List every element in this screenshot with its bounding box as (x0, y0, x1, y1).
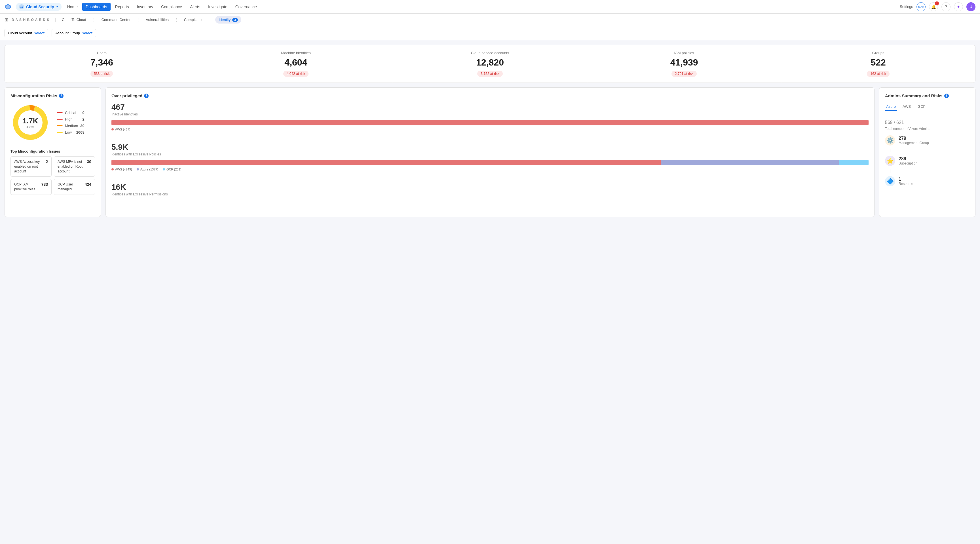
summary-card-1[interactable]: Machine identities 4,604 4,042 at risk (199, 45, 393, 83)
admins-info-icon[interactable]: i (944, 94, 949, 98)
legend-count: 0 (82, 111, 84, 115)
bar-dot (137, 168, 139, 170)
cloud-tab-azure[interactable]: Azure (885, 103, 897, 111)
ai-button[interactable]: ✦ (954, 2, 963, 11)
user-avatar[interactable]: U (966, 2, 975, 11)
nav-item-governance[interactable]: Governance (232, 3, 260, 11)
op-count: 5.9K (111, 143, 869, 152)
nav-item-inventory[interactable]: Inventory (134, 3, 157, 11)
admin-type-icon: ⭐ (885, 156, 895, 166)
summary-card-0[interactable]: Users 7,346 533 at risk (5, 45, 199, 83)
nav-item-home[interactable]: Home (64, 3, 81, 11)
issue-count: 424 (85, 182, 91, 187)
progress-button[interactable]: 80% (916, 2, 926, 11)
nav-item-alerts[interactable]: Alerts (186, 3, 204, 11)
issue-text: AWS Access key enabled on root account (14, 159, 43, 173)
account-group-select[interactable]: Select (82, 31, 92, 35)
dashboard-tab-command-center[interactable]: Command Center (98, 16, 134, 24)
bar-legend-item: AWS (4249) (111, 168, 132, 171)
misconfiguration-panel: Misconfiguration Risks i (5, 87, 101, 217)
account-group-label: Account Group (55, 31, 80, 35)
op-count: 467 (111, 103, 869, 112)
overprivileged-title: Over privileged i (111, 93, 869, 98)
card-label: IAM policies (592, 51, 777, 55)
issue-card[interactable]: GCP User managed 424 (54, 179, 95, 195)
issue-text: AWS MFA is not enabled on Root account (57, 159, 84, 173)
bar-segment (111, 160, 661, 165)
nav-item-compliance[interactable]: Compliance (158, 3, 185, 11)
dashboard-tab-compliance[interactable]: Compliance (181, 16, 207, 24)
summary-cards-row: Users 7,346 533 at risk Machine identiti… (5, 45, 975, 83)
legend-dot (57, 132, 63, 133)
cloud-account-filter[interactable]: Cloud Account Select (5, 29, 48, 37)
legend-dot (57, 119, 63, 120)
issue-card[interactable]: AWS MFA is not enabled on Root account 3… (54, 156, 95, 177)
panels-row: Misconfiguration Risks i (5, 87, 975, 217)
issue-card[interactable]: GCP IAM primitive roles 733 (11, 179, 52, 195)
legend-item-high: High 2 (57, 117, 84, 121)
summary-card-3[interactable]: IAM policies 41,939 2,791 at risk (587, 45, 781, 83)
bar-legend-item: AWS (467) (111, 128, 130, 131)
notifications-button[interactable]: 🔔 1 (929, 2, 938, 11)
legend-name: Low (65, 130, 74, 134)
admin-type-icon: 🔷 (885, 176, 895, 186)
bar-container (111, 160, 869, 165)
tab-separator: ⋮ (208, 17, 214, 22)
dashboard-tab-identity[interactable]: Identity3 (215, 16, 241, 24)
admin-tree: ⚙️ 279 Management Group ⭐ 289 Subscripti… (885, 135, 969, 186)
bar-legend-label: GCP (231) (167, 168, 181, 171)
overprivileged-info-icon[interactable]: i (144, 94, 149, 98)
legend-dot (57, 126, 63, 126)
bar-dot (163, 168, 165, 170)
cloud-account-label: Cloud Account (8, 31, 32, 35)
admins-total-count: 569 / 621 (885, 116, 969, 126)
nav-item-dashboards[interactable]: Dashboards (82, 3, 111, 11)
settings-link[interactable]: Settings (900, 5, 913, 9)
card-risk: 3,752 at risk (477, 71, 503, 77)
cloud-tab-gcp[interactable]: GCP (916, 103, 927, 111)
legend-name: Critical (65, 111, 80, 115)
admin-type: Resource (899, 182, 913, 186)
admins-panel: Admins Summary and Risks i AzureAWSGCP 5… (879, 87, 975, 217)
summary-card-2[interactable]: Cloud service accounts 12,820 3,752 at r… (393, 45, 587, 83)
card-value: 41,939 (592, 57, 777, 68)
op-count: 16K (111, 183, 869, 192)
card-value: 522 (786, 57, 970, 68)
admin-info: 289 Subscription (899, 156, 917, 165)
overprivileged-sections: 467 Inactive Identities AWS (467) 5.9K I… (111, 103, 869, 205)
nav-item-investigate[interactable]: Investigate (205, 3, 231, 11)
tab-separator: ⋮ (135, 17, 141, 22)
product-brand[interactable]: ●● Cloud Security ▼ (16, 3, 62, 11)
donut-legend: Critical 0 High 2 Medium 30 Low 1668 (57, 111, 84, 134)
brand-icon: ●● (19, 4, 24, 10)
app-logo-icon (5, 3, 11, 10)
legend-item-low: Low 1668 (57, 130, 84, 134)
bar-segment (839, 160, 869, 165)
account-group-filter[interactable]: Account Group Select (52, 29, 96, 37)
donut-sublabel: Alerts (23, 126, 38, 129)
dashboard-tab-code-to-cloud[interactable]: Code To Cloud (59, 16, 90, 24)
cloud-account-select[interactable]: Select (34, 31, 45, 35)
bar-legend: AWS (4249) Azure (1377) GCP (231) (111, 168, 869, 171)
help-button[interactable]: ? (942, 2, 950, 11)
summary-card-4[interactable]: Groups 522 162 at risk (781, 45, 975, 83)
legend-count: 30 (80, 124, 84, 128)
legend-name: High (65, 117, 80, 121)
nav-item-reports[interactable]: Reports (112, 3, 132, 11)
card-risk: 4,042 at risk (283, 71, 309, 77)
card-label: Groups (786, 51, 970, 55)
donut-center: 1.7K Alerts (23, 116, 38, 129)
bar-segment (661, 160, 839, 165)
bar-legend-label: AWS (467) (115, 128, 130, 131)
legend-dot (57, 112, 63, 113)
dashboard-tab-vulnerabilities[interactable]: Vulnerabilities (142, 16, 172, 24)
issue-card[interactable]: AWS Access key enabled on root account 2 (11, 156, 52, 177)
admin-tree-item-0: ⚙️ 279 Management Group (885, 135, 969, 145)
admin-count: 1 (899, 177, 913, 182)
brand-chevron-icon: ▼ (56, 5, 59, 8)
main-content: Users 7,346 533 at risk Machine identiti… (0, 40, 980, 221)
issue-count: 2 (46, 159, 48, 164)
misconfig-info-icon[interactable]: i (59, 94, 64, 98)
dashboards-section-label: D A S H B O A R D S (12, 18, 49, 22)
cloud-tab-aws[interactable]: AWS (902, 103, 912, 111)
